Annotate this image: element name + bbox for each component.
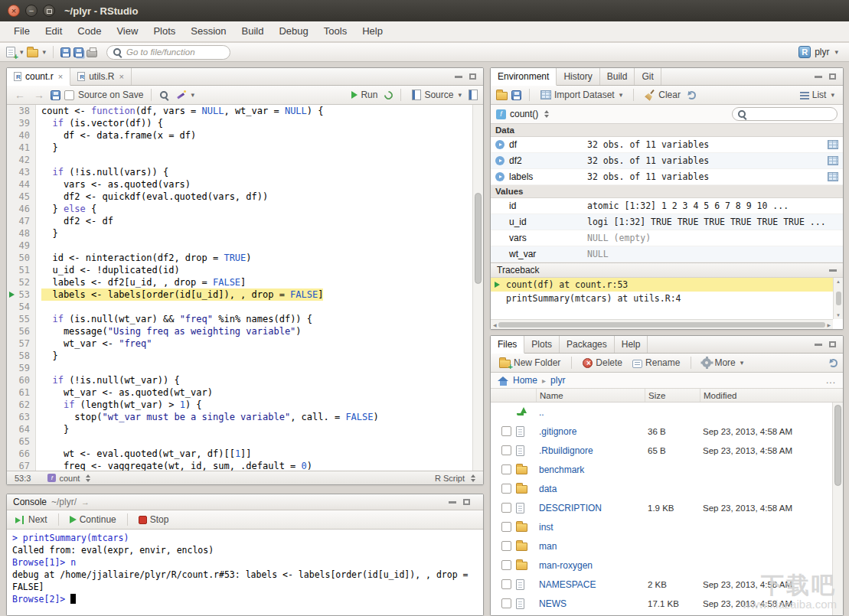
scope-selector[interactable]: count <box>47 474 90 483</box>
scroll-up-icon[interactable]: ▲ <box>836 279 841 284</box>
rerun-icon[interactable] <box>383 89 395 101</box>
traceback-vertical-scrollbar[interactable]: ▲ ▼ <box>833 278 843 319</box>
code-line-63[interactable]: 63 stop("wt_var must be a single variabl… <box>7 411 472 423</box>
code-line-45[interactable]: 45 df2 <- quickdf(eval.quoted(vars, df)) <box>7 191 472 203</box>
save-all-icon[interactable] <box>73 47 83 57</box>
tab-build[interactable]: Build <box>600 68 635 85</box>
traceback-horizontal-scrollbar[interactable]: ◀ ▶ <box>491 319 833 329</box>
maximize-pane-icon[interactable] <box>829 73 836 80</box>
file-link[interactable]: DESCRIPTION <box>539 503 602 513</box>
menu-plots[interactable]: Plots <box>145 21 183 41</box>
file-link[interactable]: .Rbuildignore <box>539 445 593 456</box>
code-line-46[interactable]: 46 } else { <box>7 203 472 215</box>
save-workspace-icon[interactable] <box>511 90 521 100</box>
minimize-pane-icon[interactable] <box>815 344 822 346</box>
tab-utils-r[interactable]: utils.R× <box>70 68 132 85</box>
view-data-icon[interactable] <box>828 140 838 149</box>
close-icon[interactable]: × <box>119 72 123 81</box>
expand-icon[interactable] <box>495 156 505 165</box>
home-icon[interactable] <box>498 376 508 386</box>
scroll-right-icon[interactable]: ▶ <box>827 322 831 328</box>
code-line-53[interactable]: 53 labels <- labels[order(id[u_id]), , d… <box>7 288 472 301</box>
code-line-51[interactable]: 51 u_id <- !duplicated(id) <box>7 264 472 276</box>
tab-files[interactable]: Files <box>491 336 524 354</box>
breadcrumb-plyr[interactable]: plyr <box>550 375 565 386</box>
tab-help[interactable]: Help <box>615 336 648 353</box>
file-checkbox[interactable] <box>501 484 511 494</box>
code-line-60[interactable]: 60 if (!is.null(wt_var)) { <box>7 374 472 386</box>
env-row-df[interactable]: df32 obs. of 11 variables <box>491 137 843 153</box>
view-data-icon[interactable] <box>828 172 838 181</box>
expand-icon[interactable] <box>495 140 505 149</box>
maximize-pane-icon[interactable] <box>829 341 836 347</box>
file-checkbox[interactable] <box>501 522 511 532</box>
code-line-44[interactable]: 44 vars <- as.quoted(vars) <box>7 178 472 191</box>
file-link[interactable]: .. <box>539 407 544 418</box>
close-icon[interactable]: × <box>58 72 63 81</box>
file-link[interactable]: NEWS <box>539 598 567 609</box>
rename-button[interactable]: Rename <box>629 356 683 370</box>
expand-icon[interactable] <box>495 172 505 181</box>
tab-git[interactable]: Git <box>635 68 661 85</box>
minimize-pane-icon[interactable] <box>455 76 462 78</box>
code-line-62[interactable]: 62 if (length(wt_var) > 1) { <box>7 399 472 411</box>
env-row-u_id[interactable]: u_idlogi [1:32] TRUE TRUE TRUE TRUE TRUE… <box>491 214 843 230</box>
delete-button[interactable]: Delete <box>580 356 625 370</box>
file-link[interactable]: data <box>539 484 557 494</box>
file-checkbox[interactable] <box>501 503 511 513</box>
forward-icon[interactable]: → <box>31 89 47 101</box>
load-workspace-icon[interactable] <box>496 92 508 100</box>
env-row-vars[interactable]: varsNULL (empty) <box>491 230 843 246</box>
more-button[interactable]: More ▾ <box>699 356 746 370</box>
environment-search-input[interactable] <box>750 109 832 119</box>
code-line-65[interactable]: 65 <box>7 435 472 448</box>
code-line-48[interactable]: 48 } <box>7 227 472 240</box>
code-line-39[interactable]: 39 if (is.vector(df)) { <box>7 117 472 129</box>
code-line-50[interactable]: 50 id <- ninteraction(df2, drop = TRUE) <box>7 252 472 264</box>
maximize-pane-icon[interactable] <box>463 499 470 505</box>
debug-next-button[interactable]: Next <box>12 513 51 526</box>
new-file-icon[interactable] <box>6 47 15 57</box>
minimize-pane-icon[interactable] <box>449 501 456 504</box>
traceback-frame-2[interactable]: printSummary(mtcars) at utils.R:4 <box>491 292 833 305</box>
file-link[interactable]: man-roxygen <box>539 560 593 571</box>
back-icon[interactable]: ← <box>12 89 28 101</box>
code-line-64[interactable]: 64 } <box>7 423 472 435</box>
scrollbar-thumb[interactable] <box>836 292 841 305</box>
code-line-38[interactable]: 38count <- function(df, vars = NULL, wt_… <box>7 105 472 117</box>
save-icon[interactable] <box>60 47 70 57</box>
code-line-57[interactable]: 57 wt_var <- "freq" <box>7 337 472 350</box>
scrollbar-thumb[interactable] <box>475 193 482 285</box>
recent-files-dropdown[interactable]: ▾ <box>43 48 47 56</box>
env-row-id[interactable]: idatomic [1:32] 1 2 3 4 5 6 7 8 9 10 ... <box>491 198 843 214</box>
window-minimize-button[interactable]: − <box>25 5 38 17</box>
debug-stop-button[interactable]: Stop <box>136 513 172 526</box>
file-checkbox[interactable] <box>501 426 511 436</box>
traceback-frame-1[interactable]: count(df) at count.r:53 <box>491 278 833 292</box>
clear-workspace-button[interactable]: Clear <box>642 88 684 102</box>
file-link[interactable]: .gitignore <box>539 426 576 437</box>
scroll-left-icon[interactable]: ◀ <box>493 322 497 328</box>
code-line-54[interactable]: 54 <box>7 301 472 313</box>
view-data-icon[interactable] <box>828 156 838 165</box>
new-folder-button[interactable]: + New Folder <box>496 356 563 370</box>
run-button[interactable]: Run <box>348 88 380 102</box>
environment-view-mode-button[interactable]: List ▾ <box>797 88 838 102</box>
env-row-wt_var[interactable]: wt_varNULL <box>491 246 843 262</box>
compile-notebook-icon[interactable] <box>469 90 478 100</box>
files-scrollbar[interactable] <box>832 403 843 615</box>
menu-view[interactable]: View <box>109 21 145 41</box>
project-menu-button[interactable]: R plyr ▾ <box>794 44 843 60</box>
code-line-41[interactable]: 41 } <box>7 142 472 154</box>
tab-environment[interactable]: Environment <box>491 68 557 86</box>
file-type-selector[interactable]: R Script <box>435 474 475 483</box>
tab-count-r[interactable]: count.r× <box>7 68 70 86</box>
new-file-dropdown[interactable]: ▾ <box>20 48 24 56</box>
column-header-size[interactable]: Size <box>645 389 700 402</box>
code-line-67[interactable]: 67 freq <- vaggregate(wt, id, sum, .defa… <box>7 460 472 471</box>
tab-packages[interactable]: Packages <box>560 336 615 353</box>
code-line-58[interactable]: 58 } <box>7 350 472 362</box>
find-replace-icon[interactable] <box>159 90 169 100</box>
source-on-save-checkbox[interactable] <box>64 90 74 100</box>
breadcrumb-more-button[interactable]: ... <box>826 375 836 386</box>
